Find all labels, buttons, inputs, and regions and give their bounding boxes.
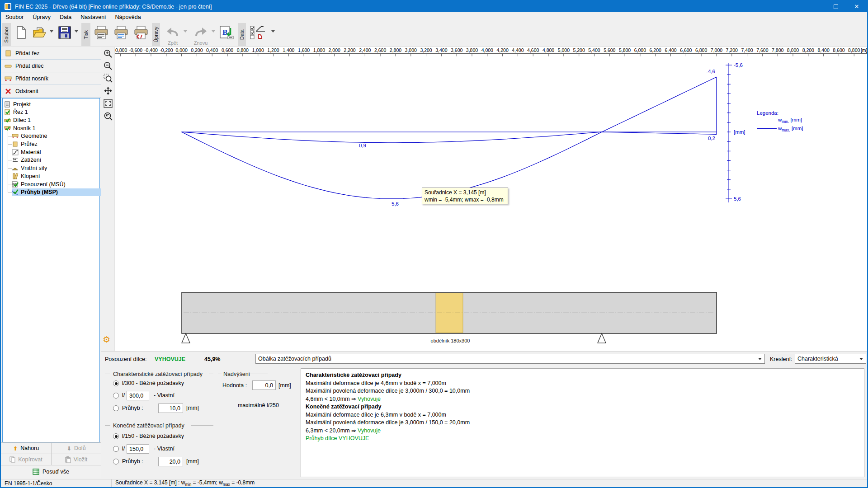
geometry-icon xyxy=(12,133,19,139)
tree-item-zat-en-[interactable]: Zatížení xyxy=(12,156,41,164)
menu-upravy[interactable]: Úpravy xyxy=(28,13,55,22)
new-file-button[interactable] xyxy=(14,23,29,42)
result-line: Maximální deformace dílce je 4,6mm v bod… xyxy=(306,380,859,388)
svg-text:5,000: 5,000 xyxy=(558,47,570,53)
result-line: Charakteristické zatěžovací případy xyxy=(306,371,859,380)
maximize-button[interactable] xyxy=(826,1,846,12)
final-custom-field[interactable]: 150,0 xyxy=(127,444,149,454)
add-member-button[interactable]: Přidat dílec xyxy=(1,60,101,72)
tree-item-materi-l[interactable]: Materiál xyxy=(12,148,41,156)
results-box: Charakteristické zatěžovací případyMaxim… xyxy=(301,368,864,477)
final-custom-radio[interactable] xyxy=(113,446,119,452)
drawing-canvas[interactable]: -0,800-0,600-0,400-0,2000,0000,2000,4000… xyxy=(115,47,867,351)
final-deflection-field[interactable]: 20,0 xyxy=(158,457,183,466)
svg-text:5,6: 5,6 xyxy=(392,201,399,206)
square-icon xyxy=(12,141,19,147)
chevron-down-icon xyxy=(859,358,863,360)
undo-button[interactable] xyxy=(163,23,183,41)
legend-entry-wmax: wmax. [mm] xyxy=(757,125,803,134)
tree-item-pr-hyb-msp-[interactable]: Průhyb (MSP) xyxy=(12,188,108,196)
display-options-dropdown[interactable] xyxy=(271,30,275,33)
tree-item-d-lec-1[interactable]: Dílec 1 xyxy=(4,116,31,124)
svg-text:0,800: 0,800 xyxy=(237,47,249,53)
add-section-button[interactable]: Přidat řez xyxy=(1,47,101,60)
support-left-icon xyxy=(182,333,190,343)
final-group-title: Konečné zatěžovací případy xyxy=(113,422,184,429)
zoom-in-button[interactable] xyxy=(103,49,113,59)
char-deflection-radio[interactable] xyxy=(113,405,119,411)
delete-button[interactable]: Odstranit xyxy=(1,85,101,98)
char-l300-radio[interactable] xyxy=(113,380,119,386)
menu-soubor[interactable]: Soubor xyxy=(1,13,28,22)
check-all-button[interactable]: Posuď vše xyxy=(1,465,101,478)
move-down-button[interactable]: ⬇ Dolů xyxy=(51,442,101,454)
redo-icon xyxy=(194,26,208,37)
tree-item-projekt[interactable]: Projekt xyxy=(4,100,31,108)
menu-nastaveni[interactable]: Nastavení xyxy=(76,13,110,22)
legend-title: Legenda: xyxy=(757,110,803,117)
load-case-combobox[interactable]: Obálka zatěžovacích případů xyxy=(255,354,765,364)
display-options-button[interactable] xyxy=(249,23,269,42)
zoom-out-icon xyxy=(104,61,113,70)
tree-item-vnit-n-s-ly[interactable]: Vnitřní síly xyxy=(12,164,47,172)
chevron-down-icon xyxy=(758,358,762,360)
save-button[interactable] xyxy=(56,23,73,42)
zoom-window-button[interactable] xyxy=(103,73,113,83)
drawing-combobox[interactable]: Charakteristická xyxy=(795,354,866,364)
char-custom-field[interactable]: 300,0 xyxy=(127,391,149,400)
undo-dropdown[interactable] xyxy=(184,30,187,33)
char-deflection-field[interactable]: 10,0 xyxy=(158,404,183,413)
open-file-dropdown[interactable] xyxy=(50,30,53,33)
design-code: EN 1995-1-1/Česko xyxy=(5,480,111,487)
svg-text:-5,6: -5,6 xyxy=(734,62,743,68)
settings-gear-icon[interactable]: ⚙ xyxy=(103,334,110,345)
char-l300-label: l/300 - Běžné požadavky xyxy=(122,380,184,386)
print-button[interactable] xyxy=(92,23,110,42)
undo-label: Zpět xyxy=(163,40,183,46)
tree-item-pr-ez[interactable]: Průřez xyxy=(12,141,38,148)
minimize-button[interactable]: – xyxy=(805,1,826,12)
view-tool-strip: ⚙ xyxy=(101,47,115,351)
svg-text:6,000: 6,000 xyxy=(634,47,646,53)
tree-item-posouzen-ms-[interactable]: Posouzení (MSÚ) xyxy=(12,180,66,188)
menu-data[interactable]: Data xyxy=(55,13,76,22)
final-deflection-radio[interactable] xyxy=(113,459,119,465)
redo-button[interactable] xyxy=(191,23,211,41)
paste-icon xyxy=(65,456,71,463)
menu-napoveda[interactable]: Nápověda xyxy=(111,13,146,22)
open-file-button[interactable] xyxy=(32,23,49,42)
pan-button[interactable] xyxy=(103,86,113,96)
close-button[interactable]: ✕ xyxy=(846,1,867,12)
svg-text:4,000: 4,000 xyxy=(481,47,493,53)
tree-item--ez-1[interactable]: Řez 1 xyxy=(4,108,28,116)
paste-button[interactable]: Vložit xyxy=(51,454,101,465)
zoom-out-button[interactable] xyxy=(103,61,113,71)
tree-item-geometrie[interactable]: Geometrie xyxy=(12,132,47,140)
fit-view-button[interactable] xyxy=(103,99,113,108)
redo-dropdown[interactable] xyxy=(212,30,215,33)
final-l150-radio[interactable] xyxy=(113,433,119,439)
move-up-button[interactable]: ⬆ Nahoru xyxy=(1,442,51,454)
add-beam-button[interactable]: Přidat nosník xyxy=(1,73,101,85)
beam-icon xyxy=(5,75,12,82)
print-preview-button[interactable] xyxy=(132,23,150,42)
tree-item-klopen-[interactable]: Klopení xyxy=(12,172,40,180)
svg-text:-0,400: -0,400 xyxy=(144,47,158,53)
svg-text:5,600: 5,600 xyxy=(604,47,615,53)
save-dropdown[interactable] xyxy=(75,30,78,33)
tree-item-nosn-k-1[interactable]: Nosník 1 xyxy=(4,124,35,132)
beam-check-icon xyxy=(4,125,11,131)
printer-document-icon xyxy=(113,25,129,40)
previous-view-button[interactable] xyxy=(103,111,113,121)
char-custom-radio[interactable] xyxy=(113,393,119,399)
new-file-icon xyxy=(15,26,27,39)
svg-text:7,200: 7,200 xyxy=(726,47,738,53)
svg-text:2,800: 2,800 xyxy=(390,47,401,53)
print-document-button[interactable] xyxy=(112,23,130,42)
app-icon xyxy=(5,3,11,10)
svg-text:7,000: 7,000 xyxy=(711,47,722,53)
data-report-button[interactable]: B xyxy=(218,23,235,42)
camber-value-field[interactable]: 0,0 xyxy=(252,380,276,390)
copy-button[interactable]: Kopírovat xyxy=(1,454,51,465)
beam-label: obdélník 180x300 xyxy=(431,338,470,343)
